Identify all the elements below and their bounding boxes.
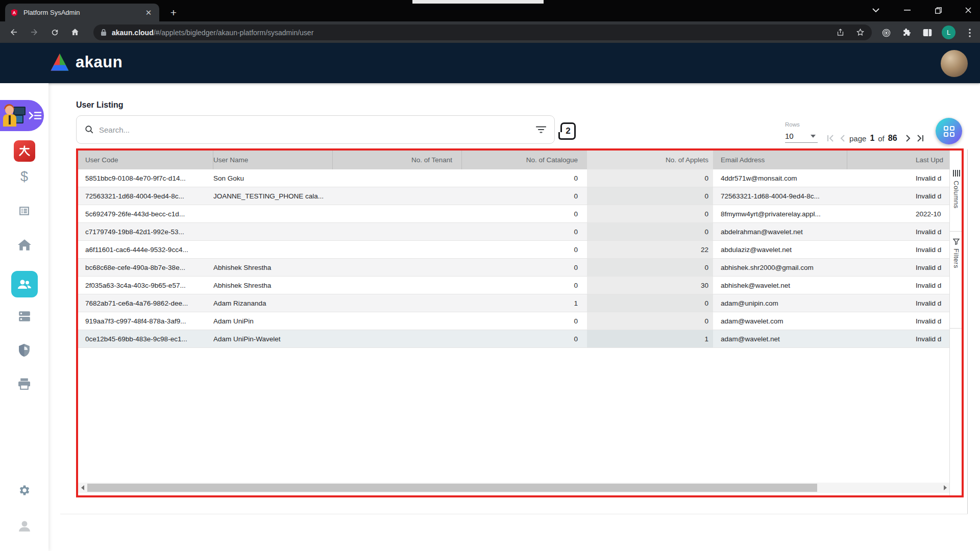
scroll-left-icon[interactable] <box>78 483 87 493</box>
tab-filters[interactable]: Filters <box>950 238 963 268</box>
grid-view-icon <box>944 126 954 137</box>
scroll-right-icon[interactable] <box>941 483 949 493</box>
reload-icon[interactable] <box>47 24 62 40</box>
table-header-row: User CodeUser NameNo. of TenantNo. of Ca… <box>78 151 949 169</box>
grid-view-button[interactable] <box>936 118 962 144</box>
first-page-icon[interactable] <box>826 134 835 143</box>
last-page-icon[interactable] <box>916 134 925 143</box>
table-row[interactable]: c7179749-19b8-42d1-992e-53...00abdelrahm… <box>78 223 949 241</box>
table-row[interactable]: 0ce12b45-69bb-483e-9c98-ec1...Adam UniPi… <box>78 330 949 348</box>
restore-button[interactable] <box>923 0 953 20</box>
table-row[interactable]: bc68c68e-cefe-490a-8b7e-38e...Abhishek S… <box>78 259 949 277</box>
search-input[interactable]: Search... <box>76 115 555 144</box>
cell-catalogue: 0 <box>462 330 587 347</box>
url-domain: akaun.cloud <box>112 29 154 37</box>
cell-user_name: Adam UniPin <box>213 312 333 330</box>
sidebar-item-workspace[interactable] <box>0 100 44 131</box>
cell-applets: 30 <box>587 277 713 294</box>
cell-user_name: Adam Rizananda <box>213 294 333 312</box>
menu-dots-icon[interactable] <box>962 24 978 41</box>
tab-title: Platform SysAdmin <box>23 9 143 16</box>
filters-tab-label: Filters <box>952 248 960 268</box>
table-row[interactable]: 7682ab71-ce6a-4a76-9862-dee...Adam Rizan… <box>78 294 949 312</box>
column-header[interactable]: User Name <box>213 151 333 169</box>
new-tab-button[interactable]: + <box>166 5 181 20</box>
cell-tenant <box>333 259 462 276</box>
side-panel-icon[interactable] <box>919 24 936 41</box>
close-window-button[interactable] <box>953 0 980 20</box>
target-icon[interactable] <box>878 24 894 41</box>
of-word: of <box>878 134 885 143</box>
tab-search-chevron-icon[interactable] <box>861 0 891 20</box>
page-title: User Listing <box>76 101 123 110</box>
table-row[interactable]: 2f035a63-3c4a-403c-9b65-e57...Abhishek S… <box>78 277 949 294</box>
browser-profile-avatar[interactable]: L <box>942 26 955 39</box>
cell-email: adam@wavelet.com <box>713 312 847 330</box>
filter-list-icon[interactable] <box>536 126 546 134</box>
column-header[interactable]: No. of Tenant <box>333 151 462 169</box>
back-icon[interactable] <box>6 24 21 40</box>
prev-page-icon[interactable] <box>839 134 846 143</box>
bookmark-star-icon[interactable] <box>856 28 865 37</box>
cell-applets: 1 <box>587 330 713 347</box>
cell-email: 4ddr571w@monsait.com <box>713 169 847 187</box>
filter-count-badge[interactable]: 2 <box>560 122 576 140</box>
tab-close-icon[interactable]: ✕ <box>143 7 154 18</box>
app-header: akaun <box>0 43 980 83</box>
table-row[interactable]: 5851bbc9-0108-4e70-9f7c-d14...Son Goku00… <box>78 169 949 187</box>
horizontal-scrollbar[interactable] <box>78 483 949 493</box>
cell-applets: 0 <box>587 187 713 205</box>
column-header[interactable]: Last Upd <box>847 151 948 169</box>
brand-logo[interactable]: akaun <box>49 52 122 72</box>
list-alt-icon <box>18 205 31 217</box>
browser-tab[interactable]: A Platform SysAdmin ✕ <box>5 4 159 21</box>
cell-email: abhishek.shr2000@gmail.com <box>713 259 847 276</box>
scrollbar-thumb[interactable] <box>87 484 817 492</box>
sidebar-item-security[interactable] <box>0 343 48 357</box>
total-pages: 86 <box>888 134 897 143</box>
user-photo-avatar[interactable] <box>941 50 968 77</box>
sidebar-item-users[interactable] <box>0 271 48 297</box>
column-header[interactable]: No. of Applets <box>587 151 713 169</box>
table-row[interactable]: a6f11601-cac6-444e-9532-9cc4...022abdula… <box>78 241 949 259</box>
cell-user_code: 72563321-1d68-4004-9ed4-8c... <box>78 187 213 205</box>
cell-applets: 0 <box>587 259 713 276</box>
sidebar-item-home[interactable] <box>0 239 48 251</box>
cell-user_name: Adam UniPin-Wavelet <box>213 330 333 347</box>
sidebar-item-billing[interactable]: $ <box>0 169 48 185</box>
sidebar-item-settings[interactable] <box>0 484 48 497</box>
table-row[interactable]: 919aa7f3-c997-48f4-878a-3af9...Adam UniP… <box>78 312 949 330</box>
cell-catalogue: 0 <box>462 277 587 294</box>
sidebar-item-account[interactable] <box>0 519 48 533</box>
cell-catalogue: 0 <box>462 223 587 240</box>
next-page-icon[interactable] <box>905 134 912 143</box>
cell-user_code: bc68c68e-cefe-490a-8b7e-38e... <box>78 259 213 276</box>
home-button-icon[interactable] <box>67 24 83 40</box>
url-bar[interactable]: akaun.cloud/#/applets/bigledger/akaun-pl… <box>93 24 872 40</box>
sidebar-item-listing[interactable] <box>0 205 48 217</box>
cell-last_updated: Invalid d <box>847 169 948 187</box>
table-row[interactable]: 72563321-1d68-4004-9ed4-8c...JOANNE_TEST… <box>78 187 949 205</box>
column-header[interactable]: Email Address <box>713 151 847 169</box>
search-placeholder: Search... <box>99 126 536 134</box>
lock-icon <box>101 29 107 36</box>
cell-user_name: Son Goku <box>213 169 333 187</box>
column-header[interactable]: No. of Catalogue <box>462 151 587 169</box>
extensions-puzzle-icon[interactable] <box>899 24 915 41</box>
forward-icon[interactable] <box>27 24 42 40</box>
side-tab-divider <box>950 231 963 232</box>
cell-user_name <box>213 241 333 258</box>
page-word: page <box>849 134 866 143</box>
column-header[interactable]: User Code <box>78 151 213 169</box>
settings-gear-icon <box>18 484 31 497</box>
tab-columns[interactable]: Columns <box>950 170 963 209</box>
sidebar-item-bigledger[interactable] <box>0 140 48 162</box>
sidebar-item-storage[interactable] <box>0 310 48 322</box>
cell-last_updated: Invalid d <box>847 330 948 347</box>
minimize-button[interactable] <box>892 0 922 20</box>
account-icon <box>18 519 31 533</box>
sidebar-item-printer[interactable] <box>0 378 48 390</box>
cell-last_updated: 2022-10 <box>847 205 948 222</box>
share-icon[interactable] <box>836 28 845 37</box>
table-row[interactable]: 5c692479-26fe-443d-becc-c1d...008fmymw4y… <box>78 205 949 223</box>
